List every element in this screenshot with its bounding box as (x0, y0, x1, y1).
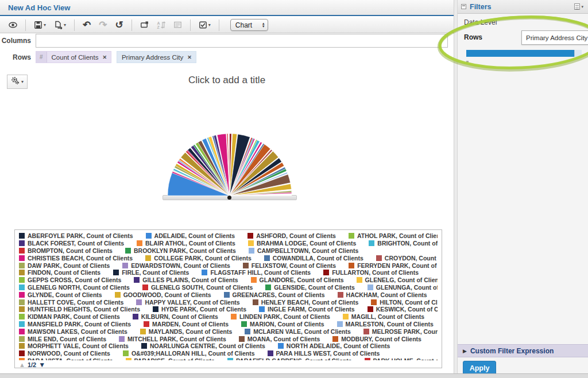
legend-swatch (126, 358, 131, 360)
preview-button[interactable] (6, 18, 20, 32)
legend-entry: HUNTFIELD HEIGHTS, Count of Clients (19, 306, 140, 313)
legend-entry: LINDEN PARK, Count of Clients (231, 313, 330, 320)
legend-page-up-icon[interactable]: ▲ (19, 361, 25, 368)
legend-entry-label: MARLESTON, Count of Clients (346, 321, 434, 328)
legend-entry-label: GLANDORE, Count of Clients (260, 276, 344, 283)
legend-swatch (123, 350, 129, 356)
legend-swatch (259, 306, 265, 312)
legend-swatch (140, 329, 146, 334)
legend-entry: MAGILL, Count of Clients (343, 313, 424, 320)
legend-line: HUNTFIELD HEIGHTS, Count of ClientsHYDE … (19, 306, 438, 313)
legend-entry-label: HYDE PARK, Count of Clients (161, 306, 246, 313)
legend-entry-label: MODBURY, Count of Clients (341, 336, 421, 342)
canvas-options-button[interactable]: ▾ (196, 18, 213, 32)
legend-entry-label: CROYDON, Count of Clients (385, 255, 438, 262)
legend-swatch (376, 255, 382, 261)
legend-entry: PARADISE, Count of Clients (126, 357, 215, 360)
legend-swatch (134, 277, 140, 283)
legend-entry-label: MOANA, Count of Clients (247, 336, 320, 342)
panel-splitter[interactable] (454, 0, 458, 373)
legend-entry: BLAIR ATHOL, Count of Clients (137, 240, 235, 247)
remove-token-icon[interactable]: ✕ (187, 54, 196, 60)
collapse-panel-icon[interactable] (461, 4, 466, 9)
legend-entry-label: EDWARDSTOWN, Count of Clients (131, 262, 230, 269)
footer-strip (0, 373, 588, 378)
legend-swatch (332, 336, 338, 342)
legend-swatch (19, 270, 25, 275)
legend-entry: KILBURN, Count of Clients (133, 313, 218, 320)
filter-field-dropdown[interactable]: Primary Address City (521, 30, 588, 45)
legend-page-down-icon[interactable]: ▼ (38, 361, 45, 368)
legend-entry: BRAHMA LODGE, Count of Clients (248, 240, 356, 247)
remove-token-icon[interactable]: ✕ (102, 54, 111, 60)
legend-entry: MITCHELL PARK, Count of Clients (119, 336, 226, 342)
custom-filter-expression-section[interactable]: ▶ Custom Filter Expression (458, 344, 588, 357)
legend-entry-label: FIRLE, Count of Clients (122, 269, 189, 276)
columns-input[interactable] (36, 34, 448, 48)
chart-title-placeholder[interactable]: Click to add a title (0, 75, 454, 86)
legend-swatch (142, 285, 148, 290)
legend-entry: BROMPTON, Count of Clients (19, 247, 113, 254)
legend-entry-label: FELIXSTOW, Count of Clients (252, 262, 336, 269)
custom-filter-label: Custom Filter Expression (470, 347, 554, 355)
legend-swatch (19, 255, 25, 261)
input-controls-icon (173, 21, 182, 29)
legend-entry: GLANDORE, Count of Clients (251, 276, 344, 283)
legend-swatch (125, 248, 131, 254)
filter-rows-label: Rows (464, 33, 482, 41)
legend-swatch (19, 248, 25, 254)
legend-swatch (239, 336, 245, 342)
filters-menu-button[interactable]: ▾ (574, 3, 583, 10)
sort-az-icon: AZ (157, 21, 165, 29)
legend-entry-label: PARADISE, Count of Clients (134, 357, 215, 360)
legend-entry-label: FULLARTON, Count of Clients (332, 269, 419, 276)
undo-button[interactable]: ↶ (80, 18, 93, 32)
save-button[interactable]: ▾ (32, 18, 48, 32)
legend-swatch (278, 343, 284, 349)
row-token-count-of-clients[interactable]: # Count of Clients ✕ (36, 51, 111, 63)
legend-entry-label: HUNTFIELD HEIGHTS, Count of Clients (28, 306, 140, 313)
legend-entry-label: FLAGSTAFF HILL, Count of Clients (210, 269, 311, 276)
legend-entry: GLENELG NORTH, Count of Clients (19, 284, 130, 291)
toolbar-separator (74, 20, 75, 31)
legend-entry-label: HAPPY VALLEY, Count of Clients (145, 299, 239, 306)
legend-swatch (251, 277, 257, 283)
row-token-primary-address-city[interactable]: Primary Address City ✕ (117, 51, 196, 63)
legend-entry-label: FINDON, Count of Clients (28, 269, 100, 276)
fan-chart (167, 131, 293, 197)
redo-icon: ↷ (99, 20, 107, 30)
filters-title: Filters (470, 3, 574, 11)
legend-entry-label: ATHOL PARK, Count of Clients (357, 232, 438, 239)
legend-entry: KESWICK, Count of Clients (368, 306, 438, 313)
legend-swatch (153, 306, 158, 312)
legend-entry-label: MILE END, Count of Clients (28, 336, 106, 342)
legend-line: GEPPS CROSS, Count of ClientsGILLES PLAI… (19, 276, 438, 284)
legend-entry-label: MORPHETT VALE, Count of Clients (28, 342, 129, 349)
legend-entry-label: NORWOOD, Count of Clients (28, 350, 110, 357)
chevron-down-icon: ▾ (64, 22, 66, 28)
legend-swatch (133, 314, 138, 319)
resize-handle[interactable] (466, 61, 469, 63)
legend-entry-label: GLYNDE, Count of Clients (28, 291, 102, 298)
legend-swatch (19, 240, 25, 246)
legend-entry-label: ABERFOYLE PARK, Count of Clients (28, 232, 133, 239)
switch-groups-button[interactable] (138, 18, 151, 32)
export-button[interactable]: ▾ (52, 18, 68, 32)
legend-swatch (349, 233, 354, 239)
legend-line: DAW PARK, Count of ClientsEDWARDSTOWN, C… (19, 262, 438, 269)
legend-entry: PARA VISTA, Count of Clients (19, 357, 113, 360)
legend-entry: HYDE PARK, Count of Clients (153, 306, 246, 313)
legend-line: ABERFOYLE PARK, Count of ClientsADELAIDE… (19, 232, 438, 240)
undo-icon: ↶ (83, 20, 91, 30)
legend-entry-label: MAYLANDS, Count of Clients (149, 328, 232, 335)
legend-entry-label: HACKHAM, Count of Clients (346, 291, 427, 298)
legend-entry: GREENACRES, Count of Clients (224, 291, 325, 298)
undo-all-button[interactable]: ↺ (113, 18, 126, 32)
visualization-type-select[interactable]: Chart ▲▼ (230, 19, 268, 31)
legend-entry-label: KIDMAN PARK, Count of Clients (28, 313, 120, 320)
filter-value-bar[interactable] (466, 50, 582, 57)
chart-pivot-dot (227, 196, 231, 200)
chevron-right-icon: ▶ (463, 348, 467, 354)
legend-entry: DAW PARK, Count of Clients (19, 262, 110, 269)
svg-text:Z: Z (157, 25, 160, 29)
